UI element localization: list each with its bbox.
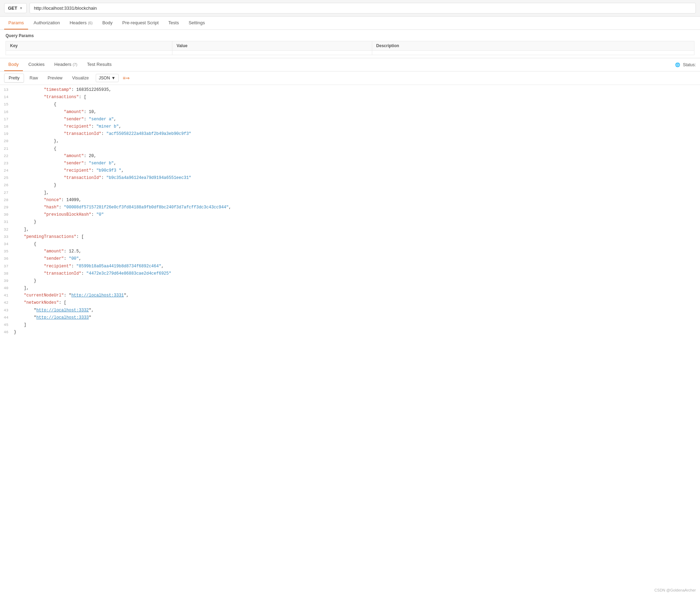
json-link[interactable]: http://localhost:3332: [36, 308, 89, 313]
json-key: "recipient": [64, 124, 91, 129]
json-line: 33 "pendingTransactions": [: [0, 233, 700, 241]
resp-tab-body[interactable]: Body: [4, 58, 23, 71]
line-number: 41: [0, 293, 14, 299]
line-content: "amount": 12.5,: [14, 248, 700, 255]
line-number: 31: [0, 219, 14, 225]
tab-params[interactable]: Params: [4, 17, 28, 29]
json-line: 17 "sender": "sender a",: [0, 116, 700, 123]
line-content: }: [14, 278, 700, 284]
key-cell[interactable]: [6, 51, 172, 55]
tab-tests[interactable]: Tests: [164, 17, 183, 29]
json-colon: :: [91, 124, 96, 129]
json-colon: :: [81, 271, 86, 276]
tab-prerequest[interactable]: Pre-request Script: [118, 17, 163, 29]
line-number: 42: [0, 300, 14, 306]
desc-cell[interactable]: [372, 51, 694, 55]
line-number: 45: [0, 322, 14, 328]
json-link[interactable]: http://localhost:3331: [71, 293, 124, 298]
line-number: 27: [0, 190, 14, 196]
line-number: 22: [0, 153, 14, 159]
line-content: ]: [14, 322, 700, 328]
json-key: "transactions": [44, 95, 79, 100]
line-number: 20: [0, 138, 14, 145]
fmt-preview[interactable]: Preview: [43, 74, 67, 82]
line-number: 23: [0, 161, 14, 167]
line-content: ],: [14, 190, 700, 196]
tab-authorization[interactable]: Authorization: [29, 17, 64, 29]
json-colon: :: [101, 175, 106, 180]
line-number: 38: [0, 271, 14, 277]
resp-tab-headers[interactable]: Headers (7): [50, 58, 82, 71]
line-content: "recipient": "b90c9f3 ",: [14, 167, 700, 174]
json-string: "0": [96, 212, 104, 217]
json-link[interactable]: http://localhost:3333: [36, 315, 89, 320]
json-string: "sender a": [89, 117, 114, 122]
json-line: 18 "recipient": "miner b",: [0, 123, 700, 130]
json-string: "sender b": [89, 161, 114, 166]
json-viewer: 13 "timestamp": 1683512265935,14 "transa…: [0, 85, 700, 337]
json-colon: :: [59, 205, 64, 210]
query-params-section: Query Params Key Value Description: [0, 30, 700, 55]
json-line: 39 }: [0, 277, 700, 285]
wrap-lines-icon[interactable]: ≡⇒: [123, 75, 130, 81]
json-number: 1683512265935: [76, 87, 109, 92]
tab-headers[interactable]: Headers (6): [66, 17, 97, 29]
line-number: 30: [0, 212, 14, 218]
line-content: "timestamp": 1683512265935,: [14, 87, 700, 93]
line-number: 24: [0, 168, 14, 174]
json-colon: :: [76, 234, 81, 239]
json-key: "sender": [64, 161, 84, 166]
url-input[interactable]: [29, 3, 696, 14]
line-content: {: [14, 101, 700, 108]
line-content: "transactionId": "acf55058222a483abf2b49…: [14, 131, 700, 137]
status-text: Status:: [683, 62, 696, 67]
tab-settings[interactable]: Settings: [185, 17, 209, 29]
value-cell[interactable]: [172, 51, 372, 55]
line-content: "nonce": 14099,: [14, 197, 700, 204]
json-string: "b90c9f3 ": [96, 168, 121, 173]
line-number: 17: [0, 117, 14, 123]
json-string: "8599b18a05aa4419b8d8734f6892c464": [76, 264, 161, 269]
json-colon: :: [84, 117, 89, 122]
url-bar: GET ▼: [0, 0, 700, 17]
resp-tab-cookies[interactable]: Cookies: [24, 58, 49, 71]
tab-body[interactable]: Body: [98, 17, 117, 29]
json-number: 20: [89, 154, 94, 158]
json-line: 23 "sender": "sender b",: [0, 160, 700, 167]
line-number: 39: [0, 278, 14, 284]
json-colon: :: [59, 300, 64, 305]
line-content: "recipient": "miner b",: [14, 123, 700, 130]
json-line: 16 "amount": 10,: [0, 109, 700, 116]
json-colon: :: [71, 87, 76, 92]
json-key: "transactionId": [44, 271, 81, 276]
line-content: "previousBlockHash": "0": [14, 212, 700, 218]
line-content: "networkNodes": [: [14, 300, 700, 306]
line-number: 25: [0, 175, 14, 181]
json-key: "amount": [64, 110, 84, 114]
line-number: 32: [0, 227, 14, 233]
line-content: "amount": 20,: [14, 153, 700, 159]
line-content: }: [14, 219, 700, 225]
line-content: }: [14, 182, 700, 189]
line-content: "sender": "sender b",: [14, 160, 700, 167]
json-key: "timestamp": [44, 87, 71, 92]
resp-tab-testresults[interactable]: Test Results: [83, 58, 116, 71]
line-number: 18: [0, 124, 14, 130]
method-dropdown[interactable]: GET ▼: [4, 3, 27, 13]
json-line: 38 "transactionId": "4472e3c279d64e86883…: [0, 270, 700, 277]
fmt-visualize[interactable]: Visualize: [68, 74, 93, 82]
line-content: "pendingTransactions": [: [14, 234, 700, 240]
fmt-pretty[interactable]: Pretty: [4, 74, 24, 83]
json-format-label: JSON: [99, 76, 110, 80]
line-content: "currentNodeUrl": "http://localhost:3331…: [14, 292, 700, 299]
line-number: 14: [0, 94, 14, 101]
json-number: 14099: [66, 198, 79, 202]
line-number: 26: [0, 182, 14, 189]
json-key: "currentNodeUrl": [24, 293, 64, 298]
json-colon: :: [84, 154, 89, 158]
json-format-dropdown[interactable]: JSON ▼: [96, 74, 119, 82]
line-number: 13: [0, 87, 14, 93]
fmt-raw[interactable]: Raw: [25, 74, 42, 82]
line-content: "transactions": [: [14, 94, 700, 101]
json-key: "amount": [64, 154, 84, 158]
